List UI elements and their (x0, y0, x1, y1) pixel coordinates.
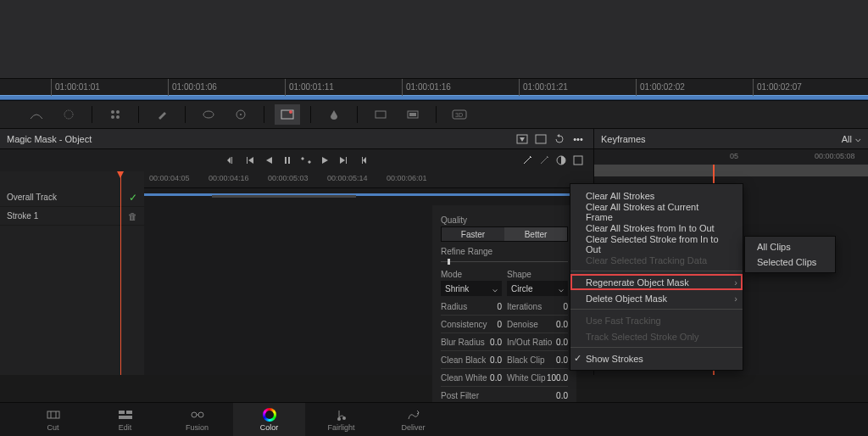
blur-radius-field[interactable]: Blur Radius0.0 (441, 335, 502, 349)
menu-separator (570, 347, 743, 348)
tab-cut[interactable]: Cut (17, 403, 89, 436)
pause-icon[interactable] (281, 154, 294, 167)
sizing-icon[interactable] (400, 104, 426, 125)
submenu-selected-clips[interactable]: Selected Clips (745, 254, 835, 270)
radius-field[interactable]: Radius0 (441, 299, 502, 313)
color-warper-icon[interactable] (56, 104, 81, 125)
tc-label: 00:00:05:03 (268, 174, 309, 182)
menu-clear-selected-in-out[interactable]: Clear Selected Stroke from In to Out (570, 236, 743, 252)
post-filter-field[interactable]: Post Filter (441, 388, 502, 402)
divider (357, 106, 358, 123)
curves-icon[interactable] (24, 104, 49, 125)
track-label: Overall Track (7, 193, 57, 202)
menu-delete-object-mask[interactable]: Delete Object Mask› (570, 290, 743, 306)
iterations-field[interactable]: Iterations0 (507, 299, 568, 313)
ruler-tick: 01:00:01:06 (168, 79, 217, 96)
kf-ruler[interactable]: 05 00:00:05:08 (594, 149, 868, 165)
mask-view-icon[interactable] (532, 131, 549, 148)
trash-icon[interactable]: 🗑 (128, 211, 137, 221)
magic-mask-icon[interactable] (275, 104, 300, 125)
menu-show-strokes[interactable]: ✓Show Strokes (570, 350, 743, 366)
shape-label: Shape (507, 270, 568, 279)
refine-slider[interactable] (441, 258, 568, 266)
invert-icon[interactable] (554, 154, 568, 167)
transport-scrubber[interactable] (212, 195, 356, 198)
mode-select[interactable]: Shrink⌵ (441, 281, 502, 296)
submenu-all-clips[interactable]: All Clips (745, 239, 835, 254)
overall-track-row[interactable]: Overall Track ✓ (0, 188, 144, 207)
tc-label: 00:00:05:14 (327, 174, 368, 182)
tab-edit[interactable]: Edit (89, 403, 161, 436)
post-filter-value[interactable]: 0.0 (507, 388, 568, 402)
tab-color[interactable]: Color (233, 403, 305, 436)
timeline-ruler[interactable]: 01:00:01:01 01:00:01:06 01:00:01:11 01:0… (0, 78, 868, 95)
chevron-right-icon: › (734, 277, 737, 288)
denoise-field[interactable]: Denoise0.0 (507, 317, 568, 331)
black-clip-field[interactable]: Black Clip0.0 (507, 353, 568, 366)
reset-icon[interactable] (551, 131, 568, 148)
chevron-right-icon: › (734, 293, 737, 304)
refine-label: Refine Range (441, 247, 568, 256)
quality-better-button[interactable]: Better (504, 227, 567, 241)
window-icon[interactable] (196, 104, 221, 125)
svg-point-5 (203, 111, 214, 118)
shape-select[interactable]: Circle⌵ (507, 281, 568, 296)
menu-regenerate-object-mask[interactable]: Regenerate Object Mask› (570, 274, 743, 290)
options-menu-icon[interactable]: ••• (570, 131, 587, 148)
ruler-tick: 01:00:01:01 (51, 79, 100, 96)
svg-point-26 (198, 412, 203, 417)
cut-icon (46, 407, 61, 422)
svg-rect-18 (288, 157, 290, 164)
svg-point-0 (64, 110, 73, 119)
kf-clip (594, 165, 868, 176)
divider (92, 106, 92, 123)
inout-ratio-field[interactable]: In/Out Ratio0.0 (507, 335, 568, 349)
svg-rect-16 (536, 135, 546, 143)
white-clip-field[interactable]: White Clip100.0 (507, 371, 568, 384)
consistency-field[interactable]: Consistency0 (441, 317, 502, 331)
overlay-toggle-icon[interactable] (514, 131, 531, 148)
svg-point-28 (342, 416, 346, 420)
all-dropdown[interactable]: All⌵ (842, 133, 861, 144)
both-directions-icon[interactable] (299, 154, 313, 167)
overlay-mode-icon[interactable] (571, 154, 585, 167)
tab-fairlight[interactable]: Fairlight (305, 403, 377, 436)
blur-icon[interactable] (321, 104, 347, 125)
stroke-row[interactable]: Stroke 1 🗑 (0, 207, 144, 226)
eyedropper-icon[interactable] (149, 104, 175, 125)
clean-black-field[interactable]: Clean Black0.0 (441, 353, 502, 366)
ruler-tick: 01:00:01:16 (402, 79, 451, 96)
track-in-icon[interactable] (225, 154, 238, 167)
tc-label: 00:00:04:05 (149, 174, 190, 182)
svg-text:3D: 3D (455, 112, 463, 118)
3d-icon[interactable]: 3D (447, 104, 472, 125)
svg-point-9 (289, 110, 292, 114)
transport-bar (0, 149, 593, 171)
color-tool-row: 3D (0, 100, 868, 129)
kf-tick: 00:00:05:08 (815, 152, 855, 160)
ruler-tick: 01:00:01:21 (519, 79, 568, 96)
wand-positive-icon[interactable] (520, 154, 534, 167)
step-back-icon[interactable] (243, 154, 257, 167)
playhead[interactable] (120, 171, 121, 375)
step-forward-icon[interactable] (337, 154, 350, 167)
menu-separator (570, 309, 743, 310)
divider (138, 106, 139, 123)
menu-clear-current-frame[interactable]: Clear All Strokes at Current Frame (570, 204, 743, 220)
svg-point-1 (111, 110, 114, 114)
divider (185, 106, 186, 123)
qualifier-icon[interactable] (103, 104, 128, 125)
tab-fusion[interactable]: Fusion (161, 403, 233, 436)
clean-white-field[interactable]: Clean White0.0 (441, 371, 502, 384)
check-icon: ✓ (574, 353, 581, 364)
tracker-icon[interactable] (228, 104, 253, 125)
play-reverse-icon[interactable] (262, 154, 275, 167)
wand-negative-icon[interactable] (537, 154, 551, 167)
deliver-icon (407, 407, 420, 422)
svg-point-25 (192, 412, 197, 417)
track-out-icon[interactable] (355, 154, 369, 167)
tab-deliver[interactable]: Deliver (377, 403, 449, 436)
play-icon[interactable] (318, 154, 331, 167)
key-icon[interactable] (368, 104, 393, 125)
quality-faster-button[interactable]: Faster (442, 227, 504, 241)
